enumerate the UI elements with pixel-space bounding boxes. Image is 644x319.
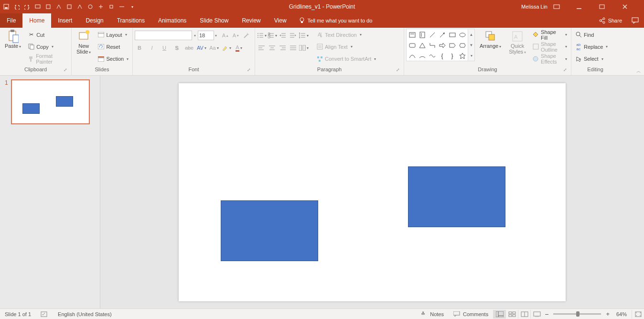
justify-icon[interactable] — [289, 43, 298, 53]
zoom-slider[interactable] — [553, 313, 601, 315]
shapes-gallery-scroll[interactable]: ▲▼▾ — [468, 29, 475, 61]
language-status[interactable]: English (United States) — [53, 311, 117, 317]
section-button[interactable]: Section — [96, 54, 130, 64]
tab-transitions[interactable]: Transitions — [110, 13, 151, 28]
slide-counter[interactable]: Slide 1 of 1 — [0, 311, 36, 317]
align-text-button[interactable]: Align Text — [314, 42, 378, 52]
comments-button[interactable]: Comments — [449, 311, 493, 317]
replace-button[interactable]: abacReplace — [573, 42, 610, 52]
shape-hexagon-icon[interactable] — [457, 40, 467, 51]
highlight-icon[interactable] — [222, 43, 231, 53]
decrease-font-icon[interactable]: A▼ — [231, 31, 241, 40]
shape-arrow-icon[interactable] — [437, 40, 447, 51]
slide-sorter-view-icon[interactable] — [505, 310, 518, 319]
start-from-beginning-icon[interactable] — [34, 3, 41, 10]
shadow-icon[interactable]: S — [172, 43, 182, 53]
shape-arrow-line-icon[interactable] — [437, 30, 447, 40]
paste-button[interactable]: Paste — [2, 29, 24, 51]
collapse-ribbon-icon[interactable]: ︿ — [636, 68, 641, 75]
arrange-button[interactable]: Arrange — [477, 29, 504, 51]
qat-icon[interactable] — [97, 3, 104, 10]
shape-star-icon[interactable] — [457, 51, 467, 61]
dialog-launcher-icon[interactable]: ⤢ — [395, 67, 401, 73]
bold-icon[interactable]: B — [135, 43, 144, 53]
shape-textbox-icon[interactable] — [407, 30, 417, 40]
increase-font-icon[interactable]: A▲ — [221, 31, 230, 40]
find-button[interactable]: Find — [573, 30, 610, 40]
underline-icon[interactable]: U — [160, 43, 169, 53]
shape-triangle-icon[interactable] — [417, 40, 427, 51]
undo-icon[interactable] — [13, 3, 20, 10]
redo-icon[interactable] — [24, 3, 31, 10]
slide-thumbnail-1[interactable] — [11, 79, 90, 124]
ribbon-display-icon[interactable] — [553, 4, 570, 9]
strikethrough-icon[interactable]: abc — [184, 43, 194, 53]
bullets-icon[interactable] — [257, 31, 267, 40]
tab-design[interactable]: Design — [79, 13, 110, 28]
minimize-icon[interactable] — [576, 4, 593, 10]
numbering-icon[interactable]: 123 — [268, 31, 277, 40]
comments-icon[interactable] — [627, 13, 644, 28]
shape-oval-icon[interactable] — [457, 30, 467, 40]
fit-to-window-icon[interactable] — [632, 310, 644, 319]
qat-customize-icon[interactable]: ▾ — [129, 3, 136, 10]
align-center-icon[interactable] — [268, 43, 277, 53]
rectangle-shape-1[interactable] — [221, 200, 318, 261]
tab-home[interactable]: Home — [22, 13, 51, 28]
shape-fill-button[interactable]: Shape Fill — [531, 30, 569, 40]
zoom-out-icon[interactable]: − — [545, 310, 548, 318]
shape-vtextbox-icon[interactable] — [417, 30, 427, 40]
spellcheck-icon[interactable] — [36, 311, 53, 318]
rectangle-shape-2[interactable] — [408, 166, 505, 227]
zoom-in-icon[interactable]: + — [606, 310, 610, 318]
share-button[interactable]: Share — [594, 13, 627, 28]
slideshow-view-icon[interactable] — [530, 310, 543, 319]
tab-view[interactable]: View — [268, 13, 293, 28]
qat-icon[interactable] — [118, 3, 125, 10]
tab-animations[interactable]: Animations — [151, 13, 193, 28]
user-name[interactable]: Melissa Lin — [521, 4, 547, 10]
new-slide-button[interactable]: New Slide — [74, 29, 94, 57]
slide-canvas-area[interactable] — [100, 76, 644, 308]
shape-effects-button[interactable]: Shape Effects — [531, 54, 569, 64]
close-icon[interactable] — [622, 4, 639, 10]
qat-icon[interactable] — [55, 3, 62, 10]
slide-thumbnail-panel[interactable]: 1 — [0, 76, 100, 308]
increase-indent-icon[interactable] — [289, 31, 298, 40]
save-icon[interactable] — [3, 3, 10, 10]
qat-icon[interactable] — [87, 3, 94, 10]
font-name-input[interactable] — [135, 31, 192, 40]
reading-view-icon[interactable] — [518, 310, 530, 319]
copy-button[interactable]: Copy — [26, 42, 69, 52]
tab-slideshow[interactable]: Slide Show — [193, 13, 235, 28]
maximize-icon[interactable] — [599, 4, 616, 10]
qat-icon[interactable] — [108, 3, 115, 10]
change-case-icon[interactable]: Aa — [209, 43, 219, 53]
quick-styles-button[interactable]: A Quick Styles — [506, 29, 529, 57]
notes-button[interactable]: ≛Notes — [416, 311, 449, 317]
shape-lbrace-icon[interactable]: { — [437, 51, 447, 61]
shape-outline-button[interactable]: Shape Outline — [531, 42, 569, 52]
dialog-launcher-icon[interactable]: ⤢ — [246, 67, 252, 73]
shape-curve-icon[interactable] — [407, 51, 417, 61]
select-button[interactable]: Select — [573, 54, 610, 64]
line-spacing-icon[interactable] — [299, 31, 309, 40]
shape-connector-icon[interactable] — [427, 40, 437, 51]
decrease-indent-icon[interactable] — [278, 31, 288, 40]
shape-rect-icon[interactable] — [447, 30, 457, 40]
char-spacing-icon[interactable]: AV — [197, 43, 206, 53]
shape-wave-icon[interactable] — [427, 51, 437, 61]
convert-smartart-button[interactable]: Convert to SmartArt — [314, 54, 378, 64]
columns-icon[interactable] — [299, 43, 309, 53]
dialog-launcher-icon[interactable]: ⤢ — [63, 67, 68, 73]
zoom-level[interactable]: 64% — [612, 311, 632, 317]
dialog-launcher-icon[interactable]: ⤢ — [562, 67, 568, 73]
reset-button[interactable]: Reset — [96, 42, 130, 52]
tab-file[interactable]: File — [0, 13, 22, 28]
cut-button[interactable]: ✂Cut — [26, 30, 69, 40]
shape-line-icon[interactable] — [427, 30, 437, 40]
normal-view-icon[interactable] — [493, 310, 505, 319]
format-painter-button[interactable]: Format Painter — [26, 54, 69, 64]
tab-insert[interactable]: Insert — [51, 13, 79, 28]
qat-icon[interactable] — [66, 3, 73, 10]
